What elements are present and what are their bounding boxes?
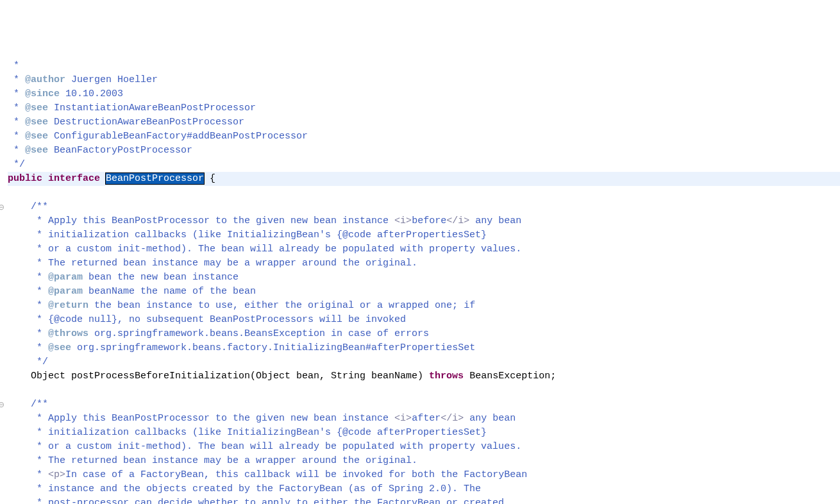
javadoc-tag-throws: @throws — [48, 328, 88, 339]
javadoc-text: any bean — [464, 413, 516, 424]
javadoc-text: * instance and the objects created by th… — [8, 483, 481, 494]
javadoc-text: * {@code null}, no subsequent BeanPostPr… — [8, 314, 406, 325]
keyword-throws: throws — [429, 371, 464, 382]
javadoc-end: */ — [8, 357, 48, 367]
comment-delim: * — [8, 145, 25, 156]
html-tag: </i> — [446, 215, 469, 226]
method-signature: Object postProcessBeforeInitialization(O… — [8, 371, 429, 382]
javadoc-tag-author: @author — [25, 74, 65, 85]
javadoc-text: In case of a FactoryBean, this callback … — [65, 469, 527, 480]
javadoc-link: ConfigurableBeanFactory#addBeanPostProce… — [48, 131, 308, 142]
code-editor[interactable]: * * @author Juergen Hoeller * @since 10.… — [8, 59, 840, 504]
javadoc-text: * initialization callbacks (like Initial… — [8, 230, 487, 240]
javadoc-text: * Apply this BeanPostProcessor to the gi… — [8, 413, 394, 424]
javadoc-tag-see: @see — [25, 117, 48, 128]
javadoc-text: the bean instance to use, either the ori… — [88, 300, 475, 311]
javadoc-tag-param: @param — [48, 272, 83, 283]
javadoc-text: * The returned bean instance may be a wr… — [8, 455, 417, 466]
javadoc-text: * or a custom init-method). The bean wil… — [8, 441, 521, 452]
javadoc-tag-since: @since — [25, 88, 60, 99]
comment-delim: * — [8, 328, 48, 339]
javadoc-text: after — [412, 413, 441, 424]
comment-delim: * — [8, 300, 48, 311]
javadoc-text: the new bean instance — [112, 272, 239, 283]
javadoc-param-name: bean — [83, 272, 112, 283]
javadoc-text: * Apply this BeanPostProcessor to the gi… — [8, 215, 394, 226]
html-tag: </i> — [441, 413, 464, 424]
html-tag: <p> — [48, 469, 65, 480]
fold-marker-icon[interactable]: ⊖ — [0, 200, 4, 214]
javadoc-text: * or a custom init-method). The bean wil… — [8, 244, 521, 255]
javadoc-tag-see: @see — [25, 145, 48, 156]
javadoc-tag-param: @param — [48, 286, 83, 297]
javadoc-text: * post-processor can decide whether to a… — [8, 498, 504, 504]
javadoc-text: * The returned bean instance may be a wr… — [8, 258, 417, 269]
javadoc-tag-return: @return — [48, 300, 88, 311]
keyword-interface: interface — [48, 173, 100, 184]
javadoc-link: BeanFactoryPostProcessor — [48, 145, 192, 156]
javadoc-text: the name of the bean — [135, 286, 256, 297]
javadoc-param-name: beanName — [83, 286, 135, 297]
javadoc-text: any bean — [469, 215, 521, 226]
javadoc-start: /** — [8, 201, 48, 212]
html-tag: <i> — [394, 215, 412, 226]
javadoc-tag-see: @see — [48, 342, 71, 353]
javadoc-tag-see: @see — [25, 131, 48, 142]
comment-delim: * — [8, 469, 48, 480]
comment-delim: * — [8, 74, 25, 85]
comment-delim: * — [8, 88, 25, 99]
javadoc-text: * initialization callbacks (like Initial… — [8, 427, 487, 438]
javadoc-tag-see: @see — [25, 103, 48, 113]
javadoc-text: 10.10.2003 — [60, 88, 123, 99]
code-line: * — [8, 60, 19, 71]
comment-delim: * — [8, 131, 25, 142]
fold-marker-icon[interactable]: ⊖ — [0, 398, 4, 412]
javadoc-text: org.springframework.beans.BeansException… — [88, 328, 429, 339]
exception-type: BeansException; — [464, 371, 556, 382]
type-name-selected[interactable]: BeanPostProcessor — [106, 173, 204, 184]
comment-delim: * — [8, 286, 48, 297]
javadoc-text: Juergen Hoeller — [65, 74, 158, 85]
comment-delim: */ — [8, 159, 25, 170]
highlighted-line: public interface BeanPostProcessor { — [8, 172, 840, 186]
brace: { — [204, 173, 215, 184]
javadoc-text: before — [412, 215, 446, 226]
javadoc-start: /** — [8, 399, 48, 410]
comment-delim: * — [8, 272, 48, 283]
javadoc-link: InstantiationAwareBeanPostProcessor — [48, 103, 256, 113]
keyword-public: public — [8, 173, 42, 184]
javadoc-link: org.springframework.beans.factory.Initia… — [71, 342, 475, 353]
comment-delim: * — [8, 342, 48, 353]
html-tag: <i> — [394, 413, 412, 424]
javadoc-link: DestructionAwareBeanPostProcessor — [48, 117, 244, 128]
comment-delim: * — [8, 103, 25, 113]
comment-delim: * — [8, 117, 25, 128]
